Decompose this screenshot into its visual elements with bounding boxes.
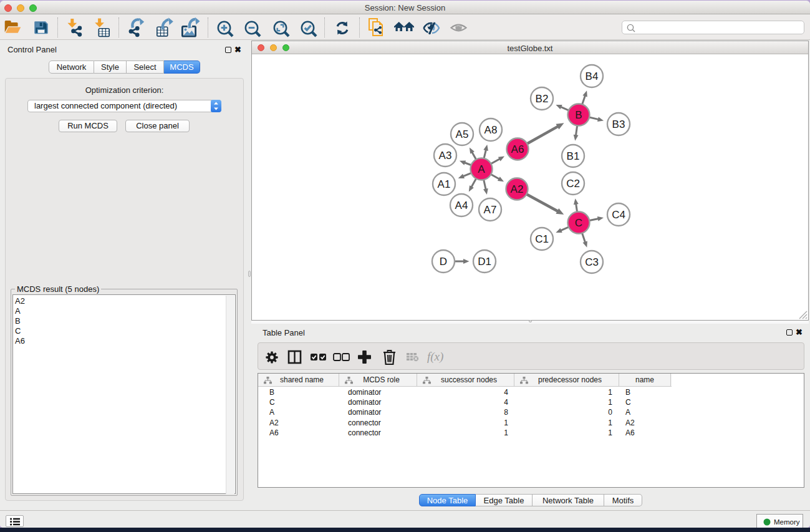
svg-text:A2: A2 (511, 183, 524, 195)
svg-text:A8: A8 (485, 124, 498, 136)
svg-text:B3: B3 (612, 118, 625, 130)
svg-text:A6: A6 (511, 143, 524, 155)
svg-text:D1: D1 (478, 256, 491, 268)
svg-text:C2: C2 (566, 178, 580, 190)
svg-text:C3: C3 (585, 256, 599, 268)
svg-text:A: A (478, 163, 485, 175)
svg-text:C4: C4 (612, 209, 625, 221)
svg-text:D: D (440, 256, 447, 268)
svg-text:C1: C1 (535, 233, 549, 245)
svg-text:A1: A1 (438, 178, 451, 190)
svg-text:B2: B2 (536, 93, 549, 105)
svg-text:C: C (575, 217, 582, 229)
svg-text:B1: B1 (567, 150, 580, 162)
svg-text:A5: A5 (456, 128, 469, 140)
svg-text:A3: A3 (439, 150, 452, 162)
svg-text:B: B (575, 109, 582, 121)
svg-text:A4: A4 (455, 200, 468, 211)
svg-text:A7: A7 (484, 204, 497, 216)
svg-text:B4: B4 (586, 70, 599, 82)
